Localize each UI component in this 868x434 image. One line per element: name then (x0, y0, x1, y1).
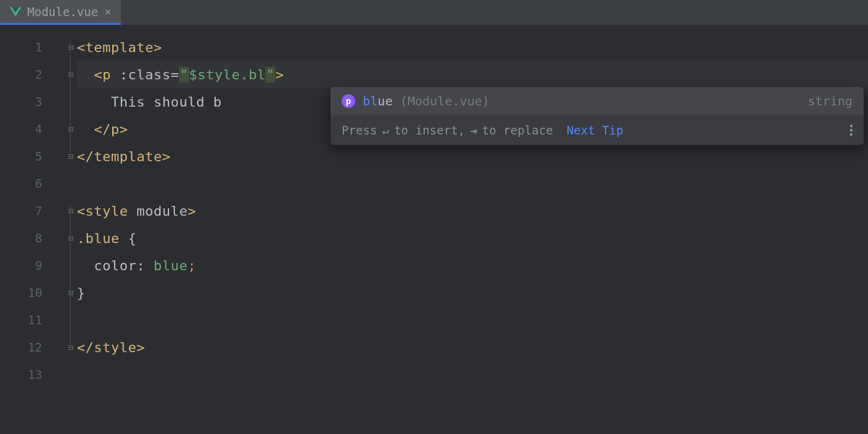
line-number[interactable]: 3 (0, 88, 64, 115)
fold-toggle[interactable]: ⊟ (64, 224, 77, 252)
code-line (77, 361, 868, 388)
completion-origin: (Module.vue) (400, 94, 490, 108)
completion-label: blue (363, 94, 392, 108)
code-line: } (77, 279, 868, 306)
code-area[interactable]: <template> <p :class="$style.bl"> This s… (77, 25, 868, 434)
tab-bar: Module.vue × (0, 0, 868, 25)
fold-end: ⊟ (64, 115, 77, 143)
fold-toggle[interactable]: ⊟ (64, 61, 77, 88)
completion-item[interactable]: p blue (Module.vue) string (330, 87, 864, 115)
fold-end: ⊟ (64, 279, 77, 306)
tab-key-icon: ⇥ (470, 123, 477, 137)
code-line: <style module> (77, 197, 868, 224)
completion-type: string (808, 94, 852, 108)
fold-toggle[interactable]: ⊟ (64, 33, 77, 61)
gutter: 1 2 3 4 5 6 7 8 9 10 11 12 13 (0, 25, 64, 434)
line-number[interactable]: 5 (0, 143, 64, 170)
line-number[interactable]: 1 (0, 33, 64, 61)
vue-icon (10, 7, 21, 17)
code-line: color: blue; (77, 252, 868, 279)
line-number[interactable]: 8 (0, 224, 64, 252)
close-icon[interactable]: × (104, 5, 111, 18)
code-line (77, 170, 868, 197)
line-number[interactable]: 10 (0, 279, 64, 306)
line-number[interactable]: 4 (0, 115, 64, 143)
completion-popup: p blue (Module.vue) string Press ↵ to in… (330, 87, 864, 145)
code-line: .blue { (77, 224, 868, 252)
tab-module-vue[interactable]: Module.vue × (0, 0, 121, 25)
enter-key-icon: ↵ (382, 123, 389, 137)
property-icon: p (342, 94, 355, 108)
tab-filename: Module.vue (27, 5, 98, 19)
completion-footer: Press ↵ to insert, ⇥ to replace Next Tip (330, 115, 864, 145)
line-number[interactable]: 6 (0, 170, 64, 197)
fold-end: ⊟ (64, 143, 77, 170)
code-line: <p :class="$style.bl"> (77, 61, 868, 88)
line-number[interactable]: 9 (0, 252, 64, 279)
line-number[interactable]: 13 (0, 361, 64, 388)
line-number[interactable]: 12 (0, 334, 64, 361)
line-number[interactable]: 7 (0, 197, 64, 224)
code-line (77, 306, 868, 334)
next-tip-link[interactable]: Next Tip (567, 123, 624, 137)
code-line: <template> (77, 33, 868, 61)
code-line: </style> (77, 334, 868, 361)
fold-end: ⊟ (64, 334, 77, 361)
fold-column: ⊟ ⊟ ⊟ ⊟ ⊟ ⊟ ⊟ ⊟ (64, 25, 77, 434)
fold-toggle[interactable]: ⊟ (64, 197, 77, 224)
line-number[interactable]: 11 (0, 306, 64, 334)
editor: 1 2 3 4 5 6 7 8 9 10 11 12 13 ⊟ ⊟ ⊟ ⊟ ⊟ … (0, 25, 868, 434)
kebab-menu-icon[interactable] (850, 123, 852, 138)
code-line: </template> (77, 143, 868, 170)
line-number[interactable]: 2 (0, 61, 64, 88)
